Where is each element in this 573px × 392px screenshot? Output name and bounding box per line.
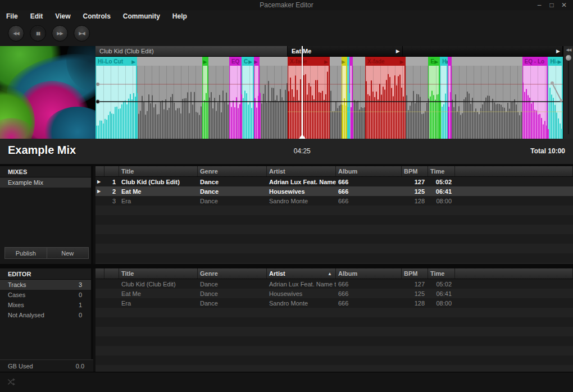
bottom-status-bar bbox=[0, 372, 573, 392]
playhead[interactable] bbox=[302, 46, 303, 139]
stat-row-cases[interactable]: Cases0 bbox=[0, 290, 91, 300]
transport-skip-to-cue-button[interactable]: ▶◀ bbox=[74, 25, 90, 42]
cell-artist: Housewives bbox=[267, 186, 336, 196]
stat-value: 0 bbox=[79, 312, 82, 318]
fx-segment-magenta[interactable] bbox=[448, 57, 452, 66]
stat-row-mixes[interactable]: Mixes1 bbox=[0, 300, 91, 310]
stat-row-not-analysed[interactable]: Not Analysed0 bbox=[0, 310, 91, 320]
menu-item-file[interactable]: File bbox=[0, 10, 24, 22]
track-tab-label: Club Kid (Club Edit) bbox=[99, 48, 154, 54]
stat-value: 1 bbox=[79, 302, 82, 308]
fx-segment-magenta[interactable]: ▶ bbox=[254, 57, 260, 66]
cell-album: 666 bbox=[336, 289, 402, 298]
cell-spacer bbox=[455, 177, 573, 186]
column-header-time[interactable]: Time bbox=[428, 268, 455, 279]
track-tab-eat-me[interactable]: Eat Me▶ bbox=[288, 46, 403, 56]
menu-item-edit[interactable]: Edit bbox=[24, 10, 49, 22]
fx-segment-yellow[interactable]: ▶ bbox=[342, 57, 347, 66]
publish-button[interactable]: Publish bbox=[4, 247, 47, 259]
rewind-mini-icon[interactable]: ◀◀ bbox=[563, 48, 573, 52]
track-tab-club-kid-club-edit[interactable]: Club Kid (Club Edit) bbox=[96, 46, 288, 56]
menu-item-help[interactable]: Help bbox=[166, 10, 193, 22]
zoom-slider-knob[interactable] bbox=[566, 55, 571, 61]
library-table: TitleGenreArtist▲AlbumBPMTimeClub Kid (C… bbox=[96, 268, 573, 372]
table-row-club-kid-club-edit[interactable]: Club Kid (Club Edit)DanceAdrian Lux Feat… bbox=[96, 279, 573, 289]
cell-artist: Adrian Lux Feat. Name t bbox=[267, 177, 336, 186]
fx-segment-c[interactable]: C▶ bbox=[242, 57, 254, 66]
column-header-time[interactable]: Time bbox=[428, 166, 455, 176]
fx-segment-magenta[interactable] bbox=[349, 57, 353, 66]
column-header-artist[interactable]: Artist▲ bbox=[267, 268, 336, 279]
column-header-album[interactable]: Album bbox=[336, 268, 402, 279]
automation-lines[interactable] bbox=[96, 66, 563, 139]
transport-rewind-button[interactable]: ◀◀ bbox=[8, 25, 24, 42]
waveform-body[interactable] bbox=[96, 66, 563, 139]
fx-segment-arrow-icon: ▶ bbox=[131, 59, 137, 65]
stat-row-tracks[interactable]: Tracks3 bbox=[0, 280, 91, 290]
cell-genre: Dance bbox=[198, 177, 267, 186]
mix-list-item-example-mix[interactable]: Example Mix bbox=[0, 177, 91, 188]
menu-item-controls[interactable]: Controls bbox=[76, 10, 116, 22]
editor-panel: EDITOR Tracks3Cases0Mixes1Not Analysed0 … bbox=[0, 268, 93, 372]
editor-panel-title: EDITOR bbox=[0, 268, 91, 280]
fx-segment-hi[interactable]: Hi-▶ bbox=[548, 57, 563, 66]
cell-bpm: 127 bbox=[402, 177, 428, 186]
minimize-button[interactable]: – bbox=[535, 1, 544, 10]
window-controls: –□✕ bbox=[535, 1, 569, 10]
playhead-handle[interactable] bbox=[299, 134, 306, 139]
editor-stats-list: Tracks3Cases0Mixes1Not Analysed0 bbox=[0, 280, 91, 320]
column-header-blank-0 bbox=[96, 166, 104, 176]
menu-item-view[interactable]: View bbox=[49, 10, 76, 22]
fx-segment-eq-lo[interactable]: EQ - Lo bbox=[522, 57, 548, 66]
cell-num: 2 bbox=[104, 186, 119, 196]
play-indicator-icon bbox=[96, 196, 104, 206]
column-header-label: Genre bbox=[200, 270, 218, 277]
track-tab-arrow-icon: ▶ bbox=[556, 48, 560, 54]
cell-bpm: 125 bbox=[402, 186, 428, 196]
fx-segment-x-fade[interactable]: X-fade▶ bbox=[288, 57, 330, 66]
cell-time: 05:02 bbox=[428, 177, 455, 186]
fx-segment-x-fade[interactable]: X-fade▶ bbox=[365, 57, 406, 66]
transport-fast-forward-button[interactable]: ▶▶ bbox=[52, 25, 68, 42]
track-header-tabs: Club Kid (Club Edit)Eat Me▶▶ bbox=[96, 46, 563, 56]
column-header-genre[interactable]: Genre bbox=[198, 166, 267, 176]
fx-segment-eq[interactable]: EQ bbox=[229, 57, 242, 66]
play-indicator-icon: ▶ bbox=[96, 186, 104, 196]
shuffle-icon[interactable] bbox=[7, 377, 16, 386]
new-button[interactable]: New bbox=[47, 247, 89, 259]
column-header-label: Title bbox=[121, 270, 134, 277]
cell-genre: Dance bbox=[198, 186, 267, 196]
waveform-timeline[interactable]: Club Kid (Club Edit)Eat Me▶▶ Hi-Lo Cut▶▶… bbox=[96, 46, 563, 139]
fx-segment-e[interactable]: E▶ bbox=[428, 57, 440, 66]
close-button[interactable]: ✕ bbox=[560, 1, 569, 10]
column-header-label: Time bbox=[430, 270, 444, 277]
column-header-genre[interactable]: Genre bbox=[198, 268, 267, 279]
column-header-album[interactable]: Album bbox=[336, 166, 402, 176]
column-header-bpm[interactable]: BPM bbox=[402, 166, 428, 176]
cell-bpm: 128 bbox=[402, 196, 428, 206]
column-header-artist[interactable]: Artist bbox=[267, 166, 336, 176]
column-header-title[interactable]: Title bbox=[119, 268, 198, 279]
column-header-title[interactable]: Title bbox=[119, 166, 198, 176]
table-row-eat-me[interactable]: Eat MeDanceHousewives66612506:41 bbox=[96, 289, 573, 298]
cell-title: Eat Me bbox=[119, 289, 198, 298]
table-row-era[interactable]: EraDanceSandro Monte66612808:00 bbox=[96, 298, 573, 308]
fx-segment-green[interactable]: ▶ bbox=[202, 57, 209, 66]
menu-item-community[interactable]: Community bbox=[117, 10, 166, 22]
cell-spacer bbox=[455, 186, 573, 196]
column-header-bpm[interactable]: BPM bbox=[402, 268, 428, 279]
play-indicator-icon: ▶ bbox=[96, 177, 104, 186]
fx-segment-arrow-icon: ▶ bbox=[434, 59, 440, 65]
table-row-era[interactable]: 3EraDanceSandro Monte66612808:00 bbox=[96, 196, 573, 206]
track-tab-3[interactable]: ▶ bbox=[403, 46, 563, 56]
table-row-club-kid-club-edit[interactable]: ▶1Club Kid (Club Edit)DanceAdrian Lux Fe… bbox=[96, 177, 573, 186]
cell-artist: Sandro Monte bbox=[267, 298, 336, 308]
stat-label: Cases bbox=[8, 291, 25, 298]
cell-num bbox=[104, 289, 119, 298]
fx-segment-arrow-icon: ▶ bbox=[203, 59, 208, 65]
maximize-button[interactable]: □ bbox=[547, 1, 556, 10]
fx-segment-h[interactable]: H▶ bbox=[440, 57, 448, 66]
table-row-eat-me[interactable]: ▶2Eat MeDanceHousewives66612506:41 bbox=[96, 186, 573, 196]
fx-segment-hi-lo-cut[interactable]: Hi-Lo Cut▶ bbox=[96, 57, 137, 66]
transport-pause-button[interactable]: ▮▮ bbox=[30, 25, 46, 42]
